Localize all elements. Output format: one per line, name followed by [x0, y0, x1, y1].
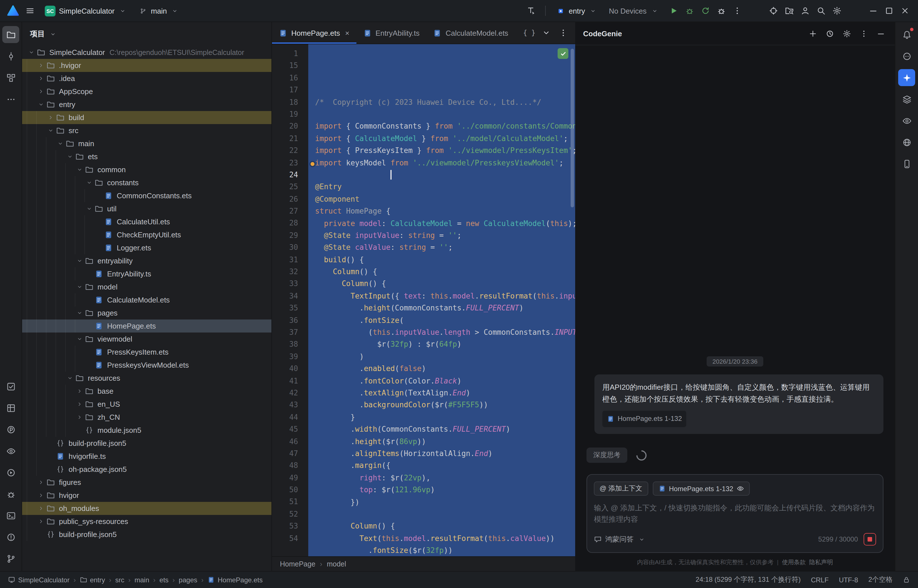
chevron-down-icon[interactable] — [55, 141, 65, 147]
tree-item[interactable]: EntryAbility.ts — [22, 267, 272, 280]
inspections-ok-badge[interactable] — [558, 48, 568, 59]
tree-item[interactable]: src — [22, 124, 272, 137]
tool-button-codegenie[interactable] — [898, 69, 915, 86]
stop-button[interactable] — [864, 533, 876, 546]
tool-button-services[interactable] — [2, 464, 19, 481]
run-config-selector[interactable]: entry — [552, 2, 601, 20]
close-button[interactable] — [898, 3, 912, 18]
chevron-right-icon[interactable] — [46, 115, 55, 121]
tree-item[interactable]: SimpleCalculatorC:\repos\genduoh\ETSUI\S… — [22, 46, 272, 59]
tree-item[interactable]: public_sys-resources — [22, 515, 272, 528]
tree-item[interactable]: pages — [22, 307, 272, 320]
attachment-chip[interactable]: HomePage.ets 1-132 — [602, 411, 687, 427]
user-button[interactable] — [798, 3, 813, 18]
tree-item[interactable]: module.json5 — [22, 424, 272, 437]
chevron-right-icon[interactable] — [36, 75, 45, 82]
tool-button-project[interactable] — [2, 26, 19, 43]
tool-button-resources[interactable] — [898, 134, 915, 151]
terms-link[interactable]: 使用条款 — [782, 559, 806, 567]
chevron-right-icon[interactable] — [36, 62, 45, 69]
project-selector[interactable]: SC SimpleCalculator — [41, 2, 131, 20]
status-breadcrumb-item[interactable]: main — [134, 576, 149, 584]
readonly-lock-icon[interactable] — [903, 576, 910, 583]
tool-button-assistant[interactable] — [898, 48, 915, 65]
tree-item[interactable]: build-profile.json5 — [22, 528, 272, 541]
tree-item[interactable]: oh_modules — [22, 502, 272, 515]
tool-button-device-manager[interactable] — [898, 155, 915, 172]
tree-item[interactable]: ets — [22, 150, 272, 163]
project-panel-header[interactable]: 项目 — [22, 22, 272, 46]
chevron-right-icon[interactable] — [75, 388, 84, 394]
gear-button[interactable] — [830, 3, 844, 18]
status-breadcrumb-item[interactable]: ets — [160, 576, 168, 584]
chevron-right-icon[interactable] — [75, 414, 84, 420]
folder-search-button[interactable] — [782, 3, 797, 18]
chevron-down-icon[interactable] — [65, 375, 74, 381]
tool-button-commit[interactable] — [2, 48, 19, 65]
tree-item[interactable]: entry — [22, 98, 272, 111]
chat-input-box[interactable]: @ 添加上下文 HomePage.ets 1-132 输入 @ 添加上下文，/ … — [587, 474, 883, 553]
tree-item[interactable]: build — [22, 111, 272, 124]
chevron-down-icon[interactable] — [36, 102, 45, 108]
tool-button-terminal[interactable] — [2, 507, 19, 524]
tree-item[interactable]: AppScope — [22, 85, 272, 98]
chevron-right-icon[interactable] — [36, 479, 45, 485]
tree-item[interactable]: .idea — [22, 72, 272, 85]
context-file-chip[interactable]: HomePage.ets 1-132 — [653, 481, 750, 496]
chevron-down-icon[interactable] — [27, 49, 36, 55]
chevron-right-icon[interactable] — [36, 88, 45, 95]
chevron-down-icon[interactable] — [75, 166, 84, 173]
kebab-button[interactable] — [730, 3, 745, 18]
tree-item[interactable]: hvigorfile.ts — [22, 450, 272, 463]
chevron-down-icon[interactable] — [84, 179, 94, 186]
chevron-right-icon[interactable] — [36, 492, 45, 499]
editor-code[interactable]: /* Copyright (c) 2023 Huawei Device Co.,… — [308, 44, 575, 556]
chevron-down-icon[interactable] — [75, 258, 84, 264]
tab-close-icon[interactable]: × — [345, 29, 349, 37]
chevron-down-icon[interactable] — [84, 206, 94, 212]
device-selector[interactable]: No Devices — [605, 2, 663, 20]
tool-button-previewer[interactable] — [2, 443, 19, 459]
tree-item[interactable]: resources — [22, 372, 272, 384]
line-ending[interactable]: CRLF — [811, 576, 829, 584]
tree-item[interactable]: viewmodel — [22, 333, 272, 346]
tree-item[interactable]: constants — [22, 176, 272, 189]
tool-button-todo[interactable] — [2, 378, 19, 395]
status-breadcrumb-item[interactable]: entry — [79, 576, 105, 584]
status-breadcrumb-item[interactable]: HomePage.ets — [207, 576, 263, 584]
encoding[interactable]: UTF-8 — [839, 576, 858, 584]
tree-item[interactable]: main — [22, 137, 272, 150]
branch-selector[interactable]: main — [134, 2, 183, 20]
gear-codegenie-button[interactable] — [840, 27, 853, 40]
minimize-codegenie-button[interactable] — [874, 27, 887, 40]
chevron-down-icon[interactable] — [75, 336, 84, 342]
tool-button-structure[interactable] — [2, 69, 19, 86]
tool-button-profiler[interactable] — [2, 421, 19, 438]
chevron-right-icon[interactable] — [36, 505, 45, 512]
chevron-right-icon[interactable] — [75, 401, 84, 407]
tree-item[interactable]: util — [22, 202, 272, 215]
tree-item[interactable]: en_US — [22, 398, 272, 411]
indent-size[interactable]: 2个空格 — [868, 575, 892, 585]
tree-item[interactable]: zh_CN — [22, 411, 272, 424]
target-button[interactable] — [766, 3, 781, 18]
tool-button-device-table[interactable] — [2, 399, 19, 416]
tree-item[interactable]: Logger.ets — [22, 241, 272, 254]
tree-item[interactable]: base — [22, 384, 272, 398]
braces-tab-action[interactable]: { } — [522, 26, 537, 40]
main-menu-icon[interactable] — [23, 3, 37, 18]
editor-tab[interactable]: HomePage.ets× — [272, 22, 356, 44]
chevron-right-icon[interactable] — [36, 519, 45, 525]
model-selector[interactable]: 鸿蒙问答 — [594, 532, 646, 547]
tree-item[interactable]: common — [22, 163, 272, 176]
run-button[interactable] — [666, 3, 681, 18]
tool-button-problems[interactable] — [2, 528, 19, 546]
tool-button-notifications[interactable] — [898, 26, 915, 43]
tree-item[interactable]: build-profile.json5 — [22, 437, 272, 450]
status-breadcrumb-item[interactable]: src — [115, 576, 124, 584]
kebab-codegenie-button[interactable] — [857, 27, 870, 40]
chevron-down-tab-action[interactable] — [539, 26, 554, 40]
tree-item[interactable]: oh-package.json5 — [22, 463, 272, 476]
tree-item[interactable]: PresskeysViewModel.ets — [22, 359, 272, 372]
breadcrumb-item[interactable]: model — [326, 560, 346, 568]
